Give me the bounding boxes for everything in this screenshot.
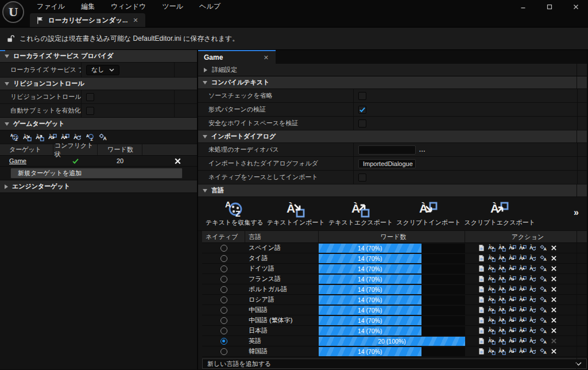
- section-import-dialogue[interactable]: インポートダイアログ: [198, 130, 587, 143]
- import-text-icon[interactable]: À: [488, 275, 496, 283]
- add-new-language-combo[interactable]: 新しい言語を追加する: [202, 359, 587, 369]
- compile-text-icon[interactable]: À: [529, 317, 537, 324]
- delete-icon[interactable]: [550, 327, 558, 334]
- export-script-icon[interactable]: À: [519, 275, 527, 283]
- native-radio[interactable]: [220, 255, 227, 262]
- column-header-conflict[interactable]: コンフリクト状: [53, 144, 98, 155]
- compile-text-icon[interactable]: À: [529, 306, 537, 314]
- toolbar-button-0[interactable]: AZテキストを収集する: [204, 198, 265, 228]
- export-script-icon[interactable]: À: [519, 296, 527, 303]
- import-text-icon[interactable]: À: [488, 327, 496, 334]
- section-revision-control[interactable]: リビジョンコントロール: [0, 78, 197, 90]
- delete-icon[interactable]: [550, 306, 558, 314]
- export-script-icon[interactable]: À: [519, 317, 527, 324]
- menu-item-3[interactable]: ツール: [156, 0, 191, 13]
- import-script-icon[interactable]: À: [509, 296, 516, 303]
- culture-name[interactable]: タイ語: [245, 254, 319, 263]
- checkbox[interactable]: [86, 107, 94, 115]
- export-text-icon[interactable]: À: [498, 327, 506, 334]
- export-script-icon[interactable]: À: [61, 133, 69, 141]
- import-script-icon[interactable]: À: [48, 133, 57, 141]
- export-script-icon[interactable]: À: [519, 306, 527, 314]
- advanced-settings-row[interactable]: 詳細設定: [198, 64, 587, 76]
- native-radio[interactable]: [220, 327, 227, 334]
- delete-icon[interactable]: [550, 275, 558, 283]
- edit-translations-icon[interactable]: [478, 317, 485, 324]
- compile-text-icon[interactable]: À: [529, 337, 537, 345]
- import-text-icon[interactable]: À: [488, 255, 496, 262]
- native-radio[interactable]: [220, 276, 227, 283]
- import-script-icon[interactable]: À: [509, 327, 516, 334]
- gather-text-icon[interactable]: AZ: [10, 133, 19, 141]
- word-count-icon[interactable]: A: [540, 306, 547, 314]
- import-text-icon[interactable]: À: [488, 244, 496, 252]
- maximize-button[interactable]: [542, 1, 557, 13]
- toolbar-button-4[interactable]: Àスクリプトエクスポート: [463, 198, 537, 228]
- unreal-engine-logo-icon[interactable]: U: [2, 1, 24, 23]
- import-text-icon[interactable]: À: [488, 337, 496, 345]
- export-text-icon[interactable]: À: [498, 317, 506, 324]
- section-compile-text[interactable]: コンパイルテキスト: [198, 76, 587, 89]
- edit-translations-icon[interactable]: [478, 296, 485, 303]
- edit-translations-icon[interactable]: [478, 306, 485, 314]
- edit-translations-icon[interactable]: [478, 348, 485, 355]
- native-radio[interactable]: [220, 317, 227, 324]
- word-count-icon[interactable]: A: [540, 244, 547, 252]
- tab-close-icon[interactable]: ✕: [262, 54, 270, 61]
- compile-text-icon[interactable]: À: [529, 296, 537, 303]
- culture-name[interactable]: スペイン語: [245, 244, 319, 252]
- native-radio[interactable]: [220, 245, 227, 252]
- native-radio[interactable]: [220, 265, 227, 272]
- native-radio[interactable]: [220, 286, 227, 293]
- column-header-wordcount[interactable]: ワード数: [319, 231, 465, 242]
- import-text-icon[interactable]: À: [488, 317, 496, 324]
- edit-translations-icon[interactable]: [478, 275, 485, 283]
- compile-text-icon[interactable]: À: [529, 348, 537, 355]
- word-count-icon[interactable]: A: [540, 337, 547, 345]
- column-header-wordcount[interactable]: ワード数: [98, 144, 142, 155]
- word-count-icon[interactable]: A: [540, 317, 547, 324]
- toolbar-overflow-button[interactable]: »: [574, 207, 579, 218]
- checkbox[interactable]: [86, 93, 94, 101]
- culture-name[interactable]: ポルトガル語: [245, 285, 319, 294]
- import-script-icon[interactable]: À: [509, 244, 516, 252]
- export-text-icon[interactable]: À: [498, 296, 506, 303]
- column-header-native[interactable]: ネイティブ: [202, 231, 245, 242]
- column-header-target[interactable]: ターゲット: [0, 144, 53, 155]
- import-script-icon[interactable]: À: [509, 265, 516, 272]
- delete-icon[interactable]: [550, 244, 558, 252]
- checkbox[interactable]: [358, 106, 366, 114]
- export-script-icon[interactable]: À: [519, 244, 527, 252]
- native-radio[interactable]: [220, 348, 227, 355]
- compile-text-icon[interactable]: À: [529, 286, 537, 293]
- native-radio[interactable]: [220, 338, 227, 345]
- compile-text-icon[interactable]: À: [529, 327, 537, 334]
- delete-target-icon[interactable]: [173, 157, 182, 165]
- export-script-icon[interactable]: À: [519, 286, 527, 293]
- import-script-icon[interactable]: À: [509, 255, 516, 262]
- export-script-icon[interactable]: À: [519, 265, 527, 272]
- culture-name[interactable]: ロシア語: [245, 295, 319, 304]
- export-text-icon[interactable]: À: [498, 275, 506, 283]
- column-header-actions[interactable]: アクション: [465, 231, 587, 242]
- menu-item-1[interactable]: 編集: [74, 0, 102, 13]
- edit-translations-icon[interactable]: [478, 244, 485, 252]
- native-radio[interactable]: [220, 307, 227, 314]
- import-script-icon[interactable]: À: [509, 317, 516, 324]
- delete-icon[interactable]: [550, 296, 558, 303]
- edit-translations-icon[interactable]: [478, 327, 485, 334]
- export-text-icon[interactable]: À: [498, 306, 506, 314]
- checkbox[interactable]: [358, 92, 366, 100]
- column-header-language[interactable]: 言語: [245, 231, 319, 242]
- export-script-icon[interactable]: À: [519, 348, 527, 355]
- import-text-icon[interactable]: À: [488, 306, 496, 314]
- minimize-button[interactable]: [516, 1, 531, 13]
- culture-name[interactable]: 中国語: [245, 306, 319, 314]
- delete-icon[interactable]: [550, 255, 558, 262]
- word-count-icon[interactable]: A: [540, 275, 547, 283]
- export-script-icon[interactable]: À: [519, 255, 527, 262]
- export-text-icon[interactable]: À: [498, 255, 506, 262]
- text-input[interactable]: [358, 145, 416, 155]
- export-script-icon[interactable]: À: [519, 337, 527, 345]
- checkbox[interactable]: [358, 120, 366, 128]
